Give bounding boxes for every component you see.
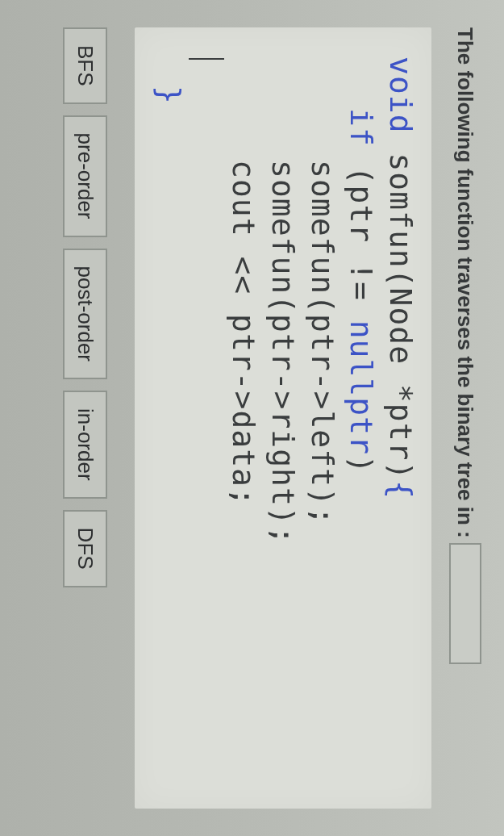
option-bfs[interactable]: BFS	[63, 27, 107, 104]
answer-blank[interactable]	[449, 543, 481, 664]
code-l2-end: )	[344, 455, 379, 474]
close-brace: }	[152, 56, 187, 105]
answer-options: BFS pre-order post-order in-order DFS	[63, 27, 107, 809]
code-line-5: cout << ptr->data;	[224, 56, 264, 794]
keyword-void: void	[383, 56, 419, 134]
quiz-page: The following function traverses the bin…	[0, 0, 504, 836]
keyword-nullptr: nullptr	[344, 320, 379, 455]
code-block: void somfun(Node *ptr){ if (ptr != nullp…	[135, 27, 431, 809]
question-prompt-row: The following function traverses the bin…	[449, 27, 481, 809]
cursor-line	[189, 56, 224, 794]
option-in-order[interactable]: in-order	[63, 391, 107, 499]
code-line-2: if (ptr != nullptr)	[342, 56, 381, 794]
keyword-if: if	[344, 108, 379, 147]
code-line-3: somefun(ptr->left);	[302, 56, 342, 794]
code-line-1: void somfun(Node *ptr){	[383, 56, 419, 500]
option-post-order[interactable]: post-order	[63, 249, 107, 380]
text-cursor-icon	[189, 58, 224, 60]
code-line-4: somefun(ptr->right);	[264, 56, 303, 794]
code-l1-rest: somfun(Node *ptr)	[383, 134, 419, 481]
code-l2-mid: (ptr !=	[344, 147, 379, 320]
option-pre-order[interactable]: pre-order	[63, 115, 107, 237]
question-prompt: The following function traverses the bin…	[453, 27, 478, 538]
open-brace: {	[383, 480, 419, 500]
option-dfs[interactable]: DFS	[63, 510, 107, 587]
